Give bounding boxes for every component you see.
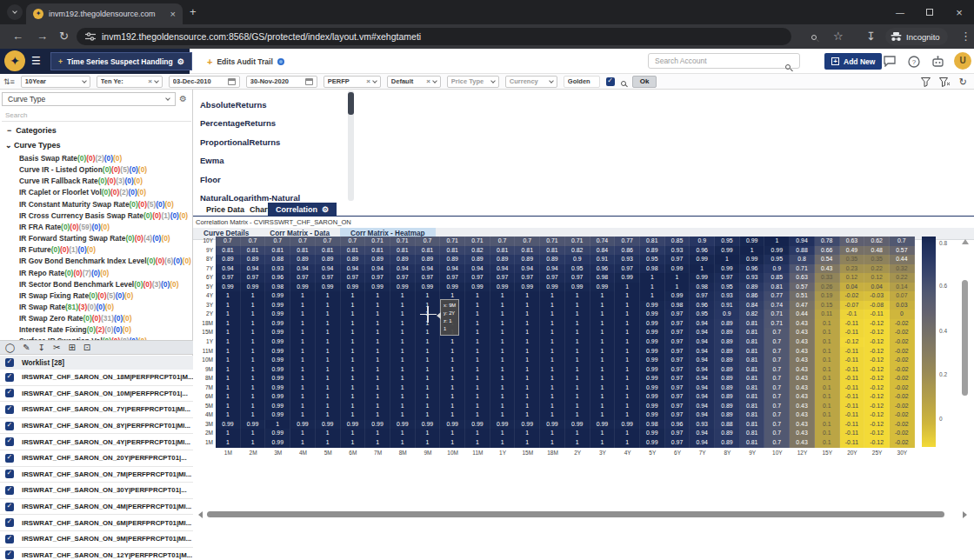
heatmap-cell[interactable]: 0.95 bbox=[715, 283, 740, 292]
heatmap-cell[interactable]: 0.99 bbox=[540, 420, 565, 430]
heatmap-cell[interactable]: 1 bbox=[465, 383, 490, 393]
heatmap-cell[interactable]: 1 bbox=[590, 337, 616, 347]
hamburger-menu-icon[interactable]: ☰ bbox=[31, 55, 41, 67]
heatmap-cell[interactable]: 0.89 bbox=[715, 356, 740, 365]
heatmap-cell[interactable]: 1 bbox=[216, 365, 241, 375]
heatmap-cell[interactable]: 0.82 bbox=[565, 246, 590, 256]
worklist-item[interactable]: IRSWRAT_CHF_SARON_ON_4M|PERFPRCPT01|MI..… bbox=[0, 499, 193, 516]
heatmap-cell[interactable]: 0.7 bbox=[515, 237, 540, 246]
heatmap-cell[interactable]: 1 bbox=[540, 347, 565, 357]
worklist-item[interactable]: IRSWRAT_CHF_SARON_ON_7Y|PERFPRCPT01|MI..… bbox=[0, 402, 193, 418]
worklist-select-all-checkbox[interactable] bbox=[5, 358, 14, 367]
heatmap-cell[interactable]: 0.99 bbox=[590, 420, 616, 430]
heatmap-cell[interactable]: 1 bbox=[465, 402, 490, 411]
heatmap-cell[interactable]: 0.99 bbox=[465, 283, 490, 292]
heatmap-cell[interactable]: 1 bbox=[440, 374, 465, 383]
heatmap-cell[interactable]: 0.81 bbox=[416, 246, 441, 256]
heatmap-cell[interactable]: 1 bbox=[390, 402, 416, 411]
heatmap-cell[interactable]: 1 bbox=[615, 328, 640, 337]
heatmap-cell[interactable]: 0.04 bbox=[840, 283, 865, 292]
filter-30-nov-2020[interactable]: 30-Nov-2020 bbox=[246, 76, 317, 88]
heatmap-cell[interactable]: 1 bbox=[365, 310, 390, 319]
heatmap-cell[interactable]: 0.81 bbox=[740, 410, 765, 420]
heatmap-cell[interactable]: 0.7 bbox=[890, 237, 915, 246]
heatmap-cell[interactable]: 0.99 bbox=[440, 420, 465, 430]
heatmap-cell[interactable]: 0.89 bbox=[715, 383, 740, 393]
heatmap-cell[interactable]: 1 bbox=[615, 410, 640, 420]
heatmap-cell[interactable]: 0.99 bbox=[265, 383, 290, 393]
heatmap-cell[interactable]: 0.43 bbox=[790, 365, 815, 375]
heatmap-cell[interactable]: 0.97 bbox=[665, 347, 690, 357]
heatmap-cell[interactable]: 1 bbox=[390, 392, 416, 402]
heatmap-cell[interactable]: 1 bbox=[490, 383, 516, 393]
heatmap-cell[interactable]: 0.99 bbox=[265, 365, 290, 375]
sidebar-search-input[interactable] bbox=[2, 109, 191, 122]
heatmap-cell[interactable]: 0.81 bbox=[740, 420, 765, 430]
heatmap-cell[interactable]: 0.99 bbox=[440, 283, 465, 292]
heatmap-cell[interactable]: 1 bbox=[440, 438, 465, 448]
heatmap-cell[interactable]: 0.99 bbox=[690, 273, 715, 283]
curve-type-select[interactable]: Curve Type bbox=[2, 92, 176, 106]
heatmap-cell[interactable]: 1 bbox=[515, 356, 540, 365]
heatmap-cell[interactable]: 1 bbox=[565, 383, 590, 393]
heatmap-cell[interactable]: 0.43 bbox=[790, 356, 815, 365]
heatmap-cell[interactable]: 0.99 bbox=[316, 420, 341, 430]
heatmap-cell[interactable]: 1 bbox=[490, 438, 516, 448]
heatmap-cell[interactable]: 0.78 bbox=[815, 237, 840, 246]
heatmap-cell[interactable]: -0.11 bbox=[840, 420, 865, 430]
heatmap-cell[interactable]: 0.32 bbox=[890, 264, 915, 274]
heatmap-cell[interactable]: 1 bbox=[216, 438, 241, 448]
heatmap-cell[interactable]: 0.7 bbox=[764, 328, 790, 337]
heatmap-cell[interactable]: 0 bbox=[890, 310, 915, 319]
heatmap-cell[interactable]: 1 bbox=[465, 291, 490, 301]
heatmap-cell[interactable]: 1 bbox=[290, 429, 316, 438]
heatmap-cell[interactable]: 0.62 bbox=[864, 237, 890, 246]
heatmap-cell[interactable]: 1 bbox=[515, 291, 540, 301]
tree-item-ir-gov-bond-benchmark-index-level[interactable]: IR Gov Bond Benchmark Index Level(0)(0)(… bbox=[19, 257, 191, 265]
heatmap-cell[interactable]: 1 bbox=[341, 356, 366, 365]
heatmap-cell[interactable]: 0.94 bbox=[365, 264, 390, 274]
heatmap-cell[interactable]: 0.89 bbox=[365, 255, 390, 264]
site-info-icon[interactable] bbox=[85, 32, 96, 41]
heatmap-cell[interactable]: 0.99 bbox=[265, 347, 290, 357]
heatmap-cell[interactable]: 1 bbox=[565, 356, 590, 365]
heatmap-cell[interactable]: 0.99 bbox=[640, 310, 665, 319]
heatmap-cell[interactable]: 1 bbox=[416, 374, 441, 383]
heatmap-cell[interactable]: -0.11 bbox=[840, 356, 865, 365]
heatmap-cell[interactable]: 1 bbox=[665, 273, 690, 283]
tree-item-ir-swap-fixing-rate[interactable]: IR Swap Fixing Rate(0)(0)(5)(0)(0) bbox=[19, 291, 133, 300]
heatmap-cell[interactable]: 1 bbox=[365, 410, 390, 420]
heatmap-cell[interactable]: 0.43 bbox=[790, 347, 815, 357]
heatmap-cell[interactable]: 0.12 bbox=[840, 273, 865, 283]
heatmap-cell[interactable]: 1 bbox=[416, 337, 441, 347]
heatmap-cell[interactable]: 0.43 bbox=[790, 383, 815, 393]
heatmap-cell[interactable]: 0.51 bbox=[790, 291, 815, 301]
heatmap-cell[interactable]: 0.81 bbox=[740, 383, 765, 393]
calendar-icon[interactable] bbox=[305, 78, 313, 85]
worklist-item[interactable]: IRSWRAT_CHF_SARON_ON_10M|PERFPRCPT01|... bbox=[0, 386, 193, 403]
heatmap-cell[interactable]: 0.54 bbox=[815, 255, 840, 264]
heatmap-cell[interactable]: 0.99 bbox=[490, 283, 516, 292]
heatmap-cell[interactable]: 1 bbox=[565, 429, 590, 438]
worklist-item-checkbox[interactable] bbox=[5, 373, 14, 382]
heatmap-cell[interactable]: -0.02 bbox=[890, 365, 915, 375]
heatmap-cell[interactable]: 0.7 bbox=[764, 402, 790, 411]
heatmap-cell[interactable]: 0.89 bbox=[440, 255, 465, 264]
heatmap-cell[interactable]: 1 bbox=[490, 365, 516, 375]
heatmap-cell[interactable]: -0.11 bbox=[840, 402, 865, 411]
heatmap-cell[interactable]: 1 bbox=[390, 365, 416, 375]
heatmap-cell[interactable]: -0.11 bbox=[840, 328, 865, 337]
vertical-scrollbar-thumb[interactable] bbox=[962, 280, 968, 396]
heatmap-cell[interactable]: 0.88 bbox=[715, 420, 740, 430]
tree-item-basis-swap-rate[interactable]: Basis Swap Rate(0)(0)(2)(0)(0) bbox=[19, 154, 122, 163]
heatmap-cell[interactable]: 0.95 bbox=[640, 255, 665, 264]
heatmap-cell[interactable]: 0.94 bbox=[515, 264, 540, 274]
worklist-item-checkbox[interactable] bbox=[5, 470, 14, 478]
heatmap-cell[interactable]: 1 bbox=[341, 319, 366, 329]
heatmap-cell[interactable]: 0.7 bbox=[764, 365, 790, 375]
heatmap-cell[interactable]: 0.94 bbox=[540, 264, 565, 274]
heatmap-cell[interactable]: 1 bbox=[465, 301, 490, 310]
heatmap-cell[interactable]: 0.85 bbox=[665, 237, 690, 246]
heatmap-cell[interactable]: 0.99 bbox=[740, 237, 765, 246]
heatmap-cell[interactable]: 0.95 bbox=[690, 310, 715, 319]
